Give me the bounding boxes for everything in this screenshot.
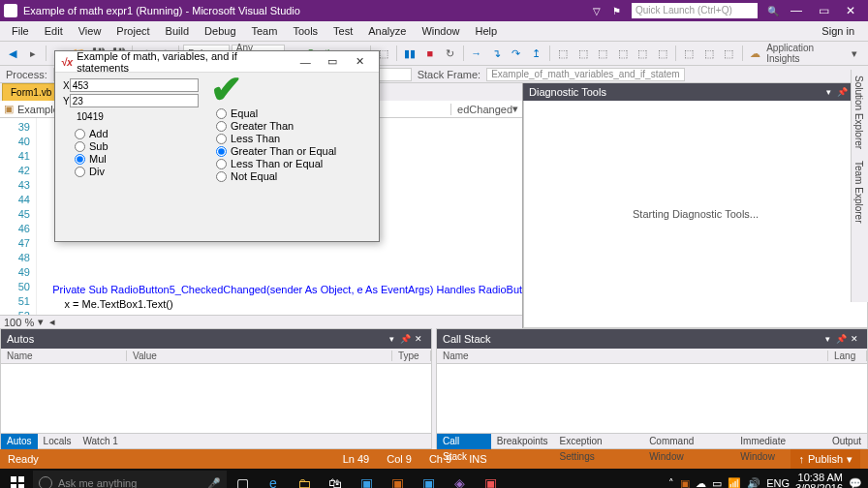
app3-icon[interactable]: ▣ xyxy=(413,469,444,488)
start-button[interactable] xyxy=(2,469,33,488)
store-icon[interactable]: 🛍 xyxy=(320,469,351,488)
tab-exceptions[interactable]: Exception Settings xyxy=(554,434,644,449)
tab-callstack[interactable]: Call Stack xyxy=(437,434,491,449)
tray-shield-icon[interactable]: ▣ xyxy=(680,477,690,489)
radio-equal[interactable] xyxy=(216,108,227,119)
menu-help[interactable]: Help xyxy=(468,25,506,37)
close-button[interactable]: ✕ xyxy=(837,4,864,17)
autos-col-name[interactable]: Name xyxy=(1,351,127,361)
nav-back-icon[interactable]: ◀ xyxy=(4,44,22,63)
mic-icon[interactable]: 🎤 xyxy=(207,477,221,489)
diag-drop-icon[interactable]: ▾ xyxy=(822,87,835,97)
solution-explorer-tab[interactable]: Solution Explorer xyxy=(852,70,866,155)
tool-icon-2[interactable]: ⬚ xyxy=(554,44,573,63)
tray-clock[interactable]: 10:38 AM3/08/2016 xyxy=(795,473,843,488)
taskview-icon[interactable]: ▢ xyxy=(227,469,258,488)
autos-drop-icon[interactable]: ▾ xyxy=(385,334,398,344)
tool-icon-9[interactable]: ⬚ xyxy=(700,44,719,63)
vs-taskbar-icon[interactable]: ◈ xyxy=(444,469,475,488)
tray-lang[interactable]: ENG xyxy=(766,477,790,488)
tab-breakpoints[interactable]: Breakpoints xyxy=(491,434,554,449)
menu-file[interactable]: File xyxy=(4,25,37,37)
menu-edit[interactable]: Edit xyxy=(37,25,71,37)
menu-tools[interactable]: Tools xyxy=(285,25,326,37)
sign-in-link[interactable]: Sign in xyxy=(822,25,864,37)
notify-down-icon[interactable]: ▽ xyxy=(590,4,604,17)
menu-debug[interactable]: Debug xyxy=(197,25,243,37)
nav-fwd-icon[interactable]: ▸ xyxy=(24,44,43,63)
menu-build[interactable]: Build xyxy=(158,25,197,37)
autos-col-value[interactable]: Value xyxy=(127,351,392,361)
tool-icon-6[interactable]: ⬚ xyxy=(634,44,652,63)
tool-icon-5[interactable]: ⬚ xyxy=(613,44,632,63)
tool-icon-4[interactable]: ⬚ xyxy=(594,44,612,63)
pause-icon[interactable]: ▮▮ xyxy=(401,44,419,63)
radio-div[interactable] xyxy=(75,167,85,177)
app1-icon[interactable]: ▣ xyxy=(351,469,382,488)
tray-battery-icon[interactable]: ▭ xyxy=(712,477,722,489)
step-out-icon[interactable]: ↥ xyxy=(527,44,545,63)
radio-lte[interactable] xyxy=(216,159,227,169)
quick-launch-input[interactable]: Quick Launch (Ctrl+Q) xyxy=(632,3,758,18)
tab-form1-vb[interactable]: Form1.vb xyxy=(2,83,60,101)
radio-sub[interactable] xyxy=(75,141,85,152)
form-minimize-button[interactable]: — xyxy=(292,56,319,68)
tab-autos[interactable]: Autos xyxy=(1,434,38,449)
cortana-search[interactable]: Ask me anything🎤 xyxy=(33,471,227,488)
step-arrow-icon[interactable]: → xyxy=(468,44,486,63)
app2-icon[interactable]: ▣ xyxy=(382,469,413,488)
tool-icon-7[interactable]: ⬚ xyxy=(654,44,672,63)
cloud-icon[interactable]: ☁ xyxy=(747,44,765,63)
tray-cloud-icon[interactable]: ☁ xyxy=(696,477,706,489)
callstack-col-lang[interactable]: Lang xyxy=(828,351,867,361)
menu-window[interactable]: Window xyxy=(414,25,467,37)
stop-icon[interactable]: ■ xyxy=(420,44,439,63)
tray-up-icon[interactable]: ˄ xyxy=(668,477,674,489)
autos-col-type[interactable]: Type xyxy=(392,351,431,361)
radio-gte[interactable] xyxy=(216,146,227,157)
tab-output[interactable]: Output xyxy=(826,434,867,449)
form-maximize-button[interactable]: ▭ xyxy=(319,55,346,68)
tab-watch1[interactable]: Watch 1 xyxy=(77,434,123,449)
step-into-icon[interactable]: ↴ xyxy=(487,44,506,63)
tray-volume-icon[interactable]: 🔊 xyxy=(747,477,760,489)
radio-mul[interactable] xyxy=(75,154,85,165)
step-over-icon[interactable]: ↷ xyxy=(508,44,526,63)
flag-icon[interactable]: ⚑ xyxy=(609,4,623,17)
x-input[interactable] xyxy=(70,78,199,92)
radio-ne[interactable] xyxy=(216,171,227,182)
member-selector[interactable]: edChanged xyxy=(450,104,512,115)
restore-button[interactable]: ▭ xyxy=(810,4,837,17)
tab-cmdwin[interactable]: Command Window xyxy=(643,434,734,449)
menu-project[interactable]: Project xyxy=(108,25,157,37)
tab-immediate[interactable]: Immediate Window xyxy=(734,434,826,449)
menu-team[interactable]: Team xyxy=(244,25,286,37)
tray-notifications-icon[interactable]: 💬 xyxy=(849,477,862,489)
diag-pin-icon[interactable]: 📌 xyxy=(835,87,849,97)
callstack-col-name[interactable]: Name xyxy=(437,351,828,361)
form-close-button[interactable]: ✕ xyxy=(346,55,373,68)
autos-pin-icon[interactable]: 📌 xyxy=(398,334,412,344)
radio-gt[interactable] xyxy=(216,121,227,132)
y-input[interactable] xyxy=(70,94,199,107)
insights-label[interactable]: Application Insights xyxy=(766,43,844,64)
menu-test[interactable]: Test xyxy=(326,25,360,37)
stackframe-selector[interactable]: Example_of_math_variables_and_if_statem xyxy=(486,68,685,81)
tool-icon-3[interactable]: ⬚ xyxy=(574,44,592,63)
tool-icon-10[interactable]: ⬚ xyxy=(720,44,738,63)
radio-lt[interactable] xyxy=(216,134,227,144)
tab-locals[interactable]: Locals xyxy=(38,434,78,449)
search-icon[interactable]: 🔍 xyxy=(766,4,780,17)
autos-close-icon[interactable]: ✕ xyxy=(412,334,425,344)
minimize-button[interactable]: — xyxy=(783,4,810,17)
insights-drop-icon[interactable]: ▾ xyxy=(846,44,864,63)
explorer-icon[interactable]: 🗀 xyxy=(289,469,320,488)
callstack-pin-icon[interactable]: 📌 xyxy=(834,334,848,344)
callstack-drop-icon[interactable]: ▾ xyxy=(821,334,834,344)
restart-icon[interactable]: ↻ xyxy=(441,44,459,63)
tray-wifi-icon[interactable]: 📶 xyxy=(728,477,741,489)
app4-icon[interactable]: ▣ xyxy=(475,469,506,488)
menu-analyze[interactable]: Analyze xyxy=(360,25,414,37)
tool-icon-8[interactable]: ⬚ xyxy=(680,44,698,63)
callstack-close-icon[interactable]: ✕ xyxy=(848,334,861,344)
